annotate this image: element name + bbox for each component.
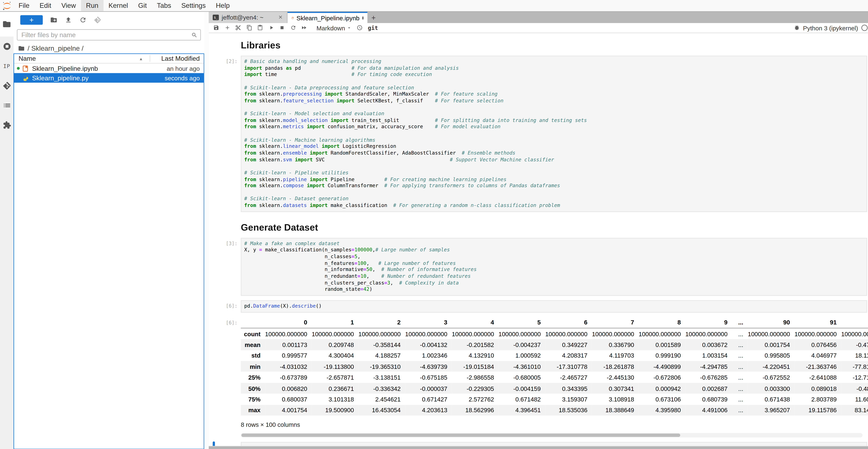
tab-notebook[interactable]: Sklearn_Pipeline.ipynb [287,12,367,23]
close-icon[interactable] [278,14,283,21]
sort-asc-icon: ▲ [139,57,143,61]
table-row: std0.9995774.3004044.1882571.0023464.132… [241,350,868,361]
cell-type-select[interactable]: Markdown [316,25,352,31]
cell-prompt: [6]: [209,300,241,312]
new-launcher-button[interactable]: + [20,15,43,25]
column-header: 4 [452,317,499,328]
table-row: 25%-0.673789-2.657871-3.138151-0.675185-… [241,372,868,383]
menu-bar: FileEditViewRunKernelGitTabsSettingsHelp [0,0,868,12]
upload-icon[interactable] [65,16,72,24]
table-row: min-4.031032-19.113800-19.365310-4.63973… [241,361,868,372]
cut-icon[interactable] [235,25,241,31]
table-of-contents-icon[interactable] [2,101,11,110]
git-icon[interactable] [2,81,11,90]
restart-kernel-icon[interactable] [290,25,296,31]
menu-item-view[interactable]: View [56,0,81,11]
code-input[interactable]: # Make a fake an complex datasetX, y = m… [241,238,867,296]
code-input[interactable]: # Basic data handling and numerical proc… [241,56,867,212]
code-cell[interactable]: [2]:# Basic data handling and numerical … [209,56,868,212]
open-file-dot-icon [17,67,20,70]
column-header: 3 [405,317,452,328]
refresh-icon[interactable] [79,16,87,24]
chevron-down-icon [347,25,352,30]
code-cell[interactable]: [3]:# Make a fake an complex datasetX, y… [209,238,868,296]
column-header: 92 [841,317,868,328]
jupyterlab-window: FileEditViewRunKernelGitTabsSettingsHelp… [0,0,868,449]
folder-icon [18,45,25,52]
file-browser: + / Sklearn_pipelne / [13,12,204,449]
tab-bar: $_ jeffott@yen4: ~ Sklearn_Pipeline.ipyn… [209,12,868,23]
code-cell[interactable]: [6]:pd.DataFrame(X).describe() [209,300,868,312]
dataframe-table: 0123456789...90919293count100000.0000001… [241,317,868,416]
breadcrumb[interactable]: / Sklearn_pipelne / [13,43,204,54]
git-toolbar-label[interactable]: git [368,25,378,31]
filter-files-input[interactable] [20,31,191,39]
cell-type-value: Markdown [316,25,345,31]
kernel-name[interactable]: Python 3 (ipykernel) [803,25,858,31]
notebook-icon [291,14,294,21]
menu: FileEditViewRunKernelGitTabsSettingsHelp [13,0,235,11]
column-header: 8 [639,317,685,328]
menu-item-tabs[interactable]: Tabs [152,0,176,11]
menu-item-kernel[interactable]: Kernel [103,0,133,11]
activity-bar: IP [0,12,13,449]
table-row: 75%0.6800373.1013182.4546210.6714272.572… [241,394,868,405]
new-tab-button[interactable]: + [367,12,379,23]
file-name: Sklearn_pipeline.py [32,74,151,81]
tab-terminal[interactable]: $_ jeffott@yen4: ~ [209,12,287,23]
table-dimensions-label: 8 rows × 100 columns [241,421,867,428]
extensions-icon[interactable] [2,120,11,129]
stop-icon[interactable] [279,25,285,31]
git-clone-icon[interactable] [94,16,101,24]
table-row: mean0.0011730.209748-0.358144-0.004132-0… [241,339,868,350]
menu-item-settings[interactable]: Settings [176,0,211,11]
table-row: count100000.000000100000.000000100000.00… [241,328,868,339]
kernel-status-icon[interactable] [861,25,868,31]
code-input[interactable]: pd.DataFrame(X).describe() [241,300,867,312]
menu-item-edit[interactable]: Edit [35,0,56,11]
file-name: Sklearn_Pipeline.ipynb [32,65,151,72]
copy-icon[interactable] [246,25,252,31]
file-browser-icon[interactable] [2,19,12,29]
panel-splitter[interactable] [204,12,209,449]
unsaved-dot-icon [362,16,364,20]
cell-prompt [209,216,241,238]
cell-prompt: [3]: [209,238,241,296]
column-name[interactable]: Name ▲ [14,55,150,62]
markdown-heading: Libraries [241,40,867,51]
file-row[interactable]: Sklearn_pipeline.pyseconds ago [14,73,204,83]
run-all-icon[interactable] [301,25,307,31]
paste-icon[interactable] [257,25,263,31]
menu-item-git[interactable]: Git [133,0,152,11]
new-folder-icon[interactable] [50,16,57,24]
debugger-bug-icon[interactable] [794,25,800,31]
column-header: 90 [748,317,795,328]
markdown-cell[interactable]: Generate Dataset [209,216,868,238]
save-icon[interactable] [213,25,219,31]
file-rows: Sklearn_Pipeline.ipynban hour agoSklearn… [14,64,204,83]
dock-horizontal-scrollbar[interactable] [209,446,868,449]
notebook-scroll-area[interactable]: Libraries[2]:# Basic data handling and n… [209,33,868,449]
tab-terminal-label: jeffott@yen4: ~ [222,14,264,21]
menu-item-run[interactable]: Run [81,0,103,11]
notebook-cells: Libraries[2]:# Basic data handling and n… [209,34,868,438]
file-modified: an hour ago [151,65,204,72]
column-header: 6 [545,317,592,328]
run-icon[interactable] [268,25,274,31]
running-sessions-icon[interactable] [2,42,11,51]
ipython-console-icon[interactable]: IP [2,61,11,70]
menu-item-help[interactable]: Help [211,0,235,11]
file-row[interactable]: Sklearn_Pipeline.ipynban hour ago [14,64,204,73]
column-header: 2 [359,317,405,328]
markdown-cell[interactable]: Libraries [209,34,868,56]
output-area[interactable]: [6]:0123456789...90919293count100000.000… [209,317,868,437]
column-last-modified[interactable]: Last Modified [150,55,204,62]
terminal-icon: $_ [213,14,219,20]
add-cell-icon[interactable] [224,25,230,31]
cell-prompt: [2]: [209,56,241,212]
breadcrumb-path: / Sklearn_pipelne / [28,44,84,52]
menu-item-file[interactable]: File [13,0,35,11]
table-horizontal-scrollbar[interactable] [241,433,863,438]
file-browser-toolbar: + [13,12,204,28]
history-clock-icon[interactable] [357,25,363,31]
